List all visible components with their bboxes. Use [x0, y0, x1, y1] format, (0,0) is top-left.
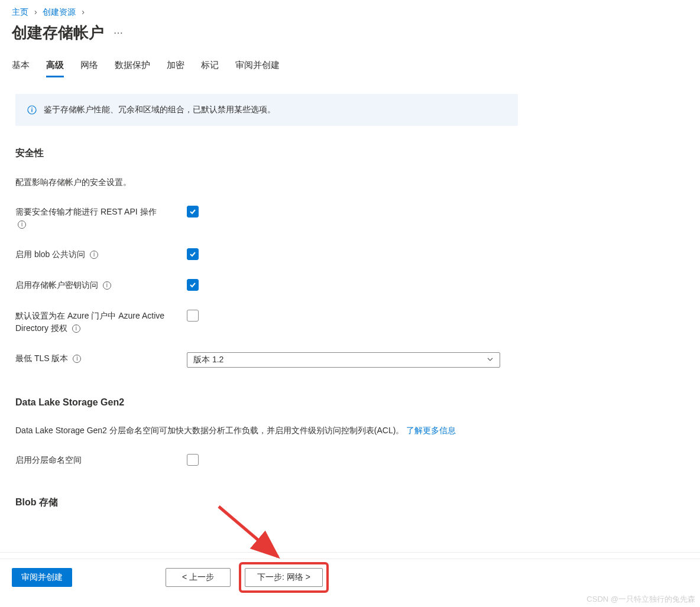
info-icon[interactable]: i: [103, 281, 111, 290]
info-icon[interactable]: i: [18, 220, 26, 229]
label-aad-default: 默认设置为在 Azure 门户中 Azure Active Directory …: [15, 310, 187, 335]
chevron-down-icon: [487, 355, 494, 365]
tab-basic[interactable]: 基本: [12, 55, 30, 77]
more-icon[interactable]: ⋯: [114, 27, 123, 38]
label-account-key: 启用存储帐户密钥访问 i: [15, 279, 187, 291]
highlight-next: 下一步: 网络 >: [239, 562, 329, 593]
tab-network[interactable]: 网络: [80, 55, 98, 77]
svg-rect-2: [31, 108, 32, 108]
page-title: 创建存储帐户: [12, 22, 104, 43]
tabs: 基本 高级 网络 数据保护 加密 标记 审阅并创建: [0, 55, 700, 77]
info-banner: 鉴于存储帐户性能、冗余和区域的组合，已默认禁用某些选项。: [15, 94, 518, 126]
next-button[interactable]: 下一步: 网络 >: [245, 568, 323, 587]
section-title-datalake: Data Lake Storage Gen2: [15, 397, 685, 408]
breadcrumb-create-resource[interactable]: 创建资源: [43, 7, 76, 17]
checkbox-secure-transfer[interactable]: [187, 206, 199, 218]
info-icon[interactable]: i: [90, 251, 98, 259]
section-desc-security: 配置影响存储帐户的安全设置。: [15, 177, 685, 188]
label-secure-transfer: 需要安全传输才能进行 REST API 操作 i: [15, 206, 187, 231]
label-tls-version: 最低 TLS 版本 i: [15, 352, 187, 365]
checkbox-blob-public[interactable]: [187, 248, 199, 260]
section-title-blob: Blob 存储: [15, 496, 685, 509]
breadcrumb-home[interactable]: 主页: [12, 7, 28, 17]
info-icon[interactable]: i: [72, 324, 80, 333]
svg-line-4: [219, 507, 278, 557]
info-banner-text: 鉴于存储帐户性能、冗余和区域的组合，已默认禁用某些选项。: [44, 105, 276, 115]
label-hns: 启用分层命名空间: [15, 454, 187, 466]
previous-button[interactable]: < 上一步: [166, 568, 231, 587]
info-icon[interactable]: i: [73, 355, 81, 363]
section-desc-datalake: Data Lake Storage Gen2 分层命名空间可加快大数据分析工作负…: [15, 426, 685, 436]
tab-encryption[interactable]: 加密: [167, 55, 184, 77]
tab-tags[interactable]: 标记: [201, 55, 219, 77]
chevron-right-icon: ›: [34, 7, 37, 17]
breadcrumb: 主页 › 创建资源 ›: [0, 0, 700, 22]
checkbox-hns[interactable]: [187, 454, 199, 466]
select-value: 版本 1.2: [193, 355, 223, 365]
footer: 审阅并创建 < 上一步 下一步: 网络 >: [0, 552, 700, 600]
checkbox-account-key[interactable]: [187, 279, 199, 291]
tab-advanced[interactable]: 高级: [46, 55, 64, 77]
svg-rect-1: [31, 109, 32, 112]
tab-review-create[interactable]: 审阅并创建: [235, 55, 280, 77]
label-blob-public: 启用 blob 公共访问 i: [15, 248, 187, 261]
section-title-security: 安全性: [15, 147, 685, 160]
watermark: CSDN @一只特立独行的兔先森: [586, 594, 695, 605]
select-tls-version[interactable]: 版本 1.2: [187, 352, 500, 368]
chevron-right-icon: ›: [82, 7, 85, 17]
checkbox-aad-default[interactable]: [187, 310, 199, 322]
info-icon: [27, 105, 37, 115]
tab-data-protection[interactable]: 数据保护: [115, 55, 150, 77]
review-create-button[interactable]: 审阅并创建: [12, 568, 72, 587]
link-learn-more[interactable]: 了解更多信息: [406, 426, 456, 435]
